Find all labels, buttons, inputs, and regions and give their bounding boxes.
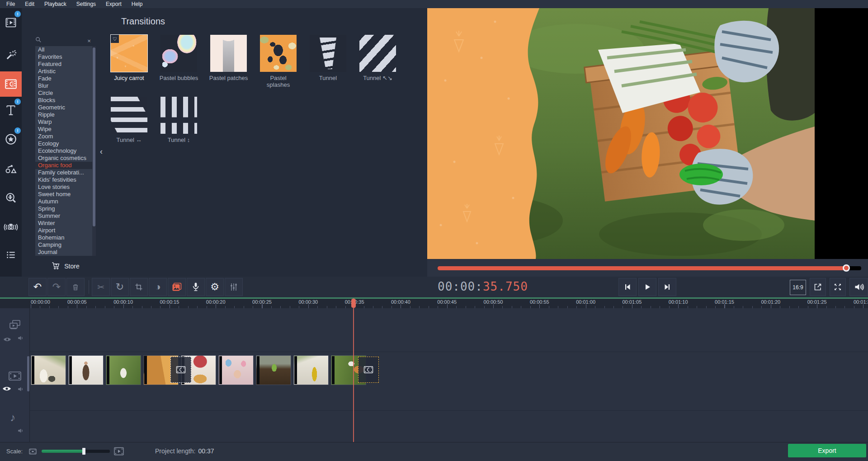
menu-item-playback[interactable]: Playback [39,0,71,8]
menu-item-edit[interactable]: Edit [20,0,39,8]
category-item[interactable]: Ecology [35,140,92,147]
category-item[interactable]: Summer [35,212,92,220]
sidebar-item-stabilization[interactable] [0,214,22,240]
transition-thumbnail[interactable]: ♡ [111,97,147,134]
playhead-handle[interactable] [351,299,356,308]
store-button[interactable]: Store [35,260,96,272]
category-item[interactable]: Organic cosmetics [35,155,92,162]
video-track-mute-icon[interactable] [17,386,24,394]
clip-meditation-white[interactable] [68,355,104,385]
transition-thumbnail[interactable]: ♡ [111,35,147,72]
detach-preview-button[interactable] [810,278,826,296]
category-item[interactable]: Autumn [35,198,92,205]
overlay-track-icon[interactable] [9,319,21,333]
category-item[interactable]: Spring [35,205,92,212]
settings-button[interactable]: ⚙ [206,278,224,296]
transition-thumbnail[interactable]: ♡ [359,35,396,72]
timeline-zoom-slider[interactable] [42,450,110,453]
category-item[interactable]: Family celebrati... [35,169,92,176]
clip-transition-icon[interactable] [170,357,191,383]
export-button[interactable]: Export [788,444,866,457]
seek-handle[interactable] [843,264,850,272]
category-item[interactable]: Kids' festivities [35,176,92,183]
menu-item-file[interactable]: File [0,0,20,8]
overlay-track-visibility-icon[interactable] [3,336,11,344]
sidebar-item-more-tools[interactable] [0,242,22,268]
video-track-visibility-icon[interactable] [2,386,11,394]
clip-vase[interactable] [31,355,66,385]
search-input[interactable] [42,37,86,45]
transition-thumbnail[interactable]: ♡ [260,35,297,72]
delete-button[interactable] [66,278,85,296]
zoom-out-filmstrip-icon[interactable] [29,448,37,456]
zoom-in-filmstrip-icon[interactable] [114,447,124,457]
category-item[interactable]: Artistic [35,68,92,75]
rotate-button[interactable]: ↻ [111,278,129,296]
category-item[interactable]: Geometric [35,104,92,111]
undo-button[interactable]: ↶ [28,278,47,296]
zoom-slider-handle[interactable] [82,448,85,455]
overlay-track-mute-icon[interactable] [17,335,24,343]
audio-track-mute-icon[interactable] [17,428,24,436]
category-item[interactable]: Airport [35,227,92,234]
clip-meditation-forest[interactable] [106,355,141,385]
volume-button[interactable] [849,278,868,296]
clear-search-icon[interactable]: × [86,38,92,44]
menu-item-help[interactable]: Help [127,0,148,8]
preview-seek-bar[interactable] [438,266,861,270]
crop-button[interactable] [130,278,148,296]
next-frame-button[interactable] [658,278,676,296]
category-item[interactable]: Blur [35,82,92,89]
category-item[interactable]: Organic food [35,162,92,169]
sidebar-item-stickers[interactable]: ! [0,127,22,152]
category-item[interactable]: Bohemian [35,234,92,241]
category-item[interactable]: Zoom [35,133,92,140]
transition-thumbnail[interactable]: ♡ [160,35,197,72]
sidebar-item-media[interactable]: ! [0,10,22,35]
collapse-panel-chevron-icon[interactable]: ‹ [98,144,105,159]
clip-kids-party[interactable] [218,355,254,385]
audio-track-icon[interactable]: ♪ [10,411,15,424]
transition-thumbnail[interactable]: ♡ [310,35,346,72]
sidebar-item-transitions[interactable] [0,71,22,97]
category-scrollbar[interactable] [92,46,96,256]
play-button[interactable] [638,278,656,296]
color-adjust-button[interactable]: ◑ [149,278,167,296]
category-item[interactable]: Circle [35,89,92,97]
clip-olive-bottle[interactable] [293,355,329,385]
timeline-ruler[interactable]: 00:00:0000:00:0500:00:1000:00:1500:00:20… [0,299,868,308]
scrollbar-thumb[interactable] [93,47,95,226]
clip-properties-button[interactable] [168,278,186,296]
aspect-ratio-button[interactable]: 16:9 [790,280,806,295]
fullscreen-button[interactable] [830,278,846,296]
category-item[interactable]: Camping [35,241,92,249]
sidebar-item-filters[interactable] [0,42,22,68]
audio-levels-button[interactable] [225,278,243,296]
sidebar-item-pan-zoom[interactable] [0,185,22,211]
video-preview[interactable] [427,8,868,259]
sidebar-item-callouts[interactable] [0,156,22,182]
clip-soil-sprout[interactable] [256,355,291,385]
playhead-line[interactable] [353,298,354,442]
split-button[interactable]: ✂ [92,278,110,296]
category-item[interactable]: Ecotechnology [35,147,92,155]
clip-transition-icon[interactable] [358,357,379,383]
menu-item-settings[interactable]: Settings [71,0,101,8]
category-item[interactable]: Blocks [35,97,92,104]
category-item[interactable]: Winter [35,220,92,227]
category-item[interactable]: Ripple [35,111,92,118]
category-item[interactable]: Featured [35,61,92,68]
category-item[interactable]: Love stories [35,183,92,191]
category-item[interactable]: All [35,46,92,53]
record-voice-button[interactable] [187,278,205,296]
category-item[interactable]: Sweet home [35,191,92,198]
category-item[interactable]: Wipe [35,126,92,133]
category-item[interactable]: Journal [35,249,92,256]
category-item[interactable]: Warp [35,118,92,126]
menu-item-export[interactable]: Export [101,0,127,8]
transition-thumbnail[interactable]: ♡ [210,35,247,72]
transition-thumbnail[interactable]: ♡ [160,97,197,134]
category-item[interactable]: Fade [35,75,92,82]
redo-button[interactable]: ↷ [47,278,66,296]
previous-frame-button[interactable] [618,278,637,296]
